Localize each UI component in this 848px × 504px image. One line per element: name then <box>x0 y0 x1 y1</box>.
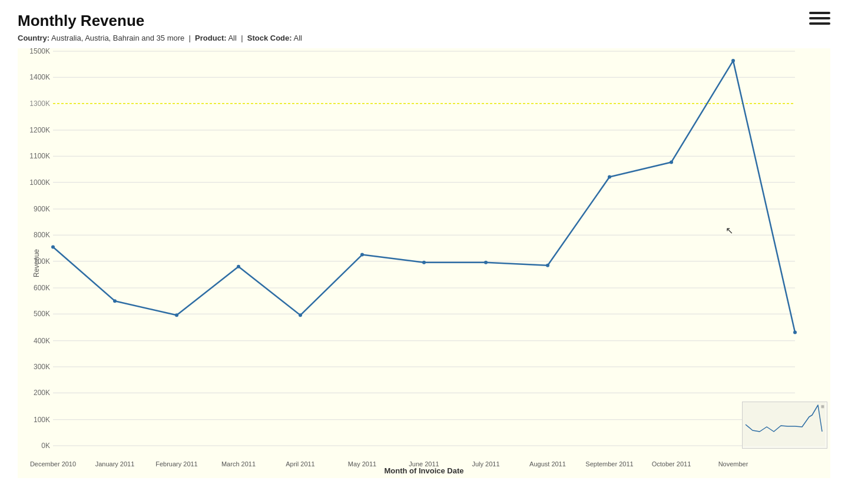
svg-text:1000K: 1000K <box>29 178 50 187</box>
data-point-3 <box>237 265 240 268</box>
page-title: Monthly Revenue <box>18 12 830 30</box>
hamburger-line-2 <box>809 17 830 19</box>
stockcode-value: All <box>293 34 302 42</box>
chart-svg: 0K 100K 200K 300K 400K 500K 600K <box>53 51 795 446</box>
svg-text:700K: 700K <box>34 257 50 266</box>
chart-inner: 0K 100K 200K 300K 400K 500K 600K <box>53 51 795 446</box>
data-point-5 <box>360 253 364 257</box>
svg-text:300K: 300K <box>34 363 50 371</box>
data-point-1 <box>113 299 117 303</box>
country-value: Australia, Austria, Bahrain and 35 more <box>51 34 184 42</box>
svg-text:September 2011: September 2011 <box>585 460 633 467</box>
data-point-6 <box>422 261 426 264</box>
cursor-indicator: ↖ <box>726 225 733 236</box>
data-point-7 <box>484 261 488 264</box>
hamburger-menu[interactable] <box>809 12 830 25</box>
hamburger-line-1 <box>809 12 830 14</box>
svg-text:100K: 100K <box>34 416 50 424</box>
svg-text:January 2011: January 2011 <box>95 460 135 467</box>
data-point-4 <box>299 313 302 317</box>
svg-text:July 2011: July 2011 <box>472 460 499 467</box>
svg-text:August 2011: August 2011 <box>529 460 566 467</box>
country-label: Country: <box>18 34 49 42</box>
svg-rect-45 <box>743 402 825 446</box>
svg-text:200K: 200K <box>34 389 50 397</box>
x-axis-label: Month of Invoice Date <box>384 466 463 475</box>
data-point-0 <box>51 245 55 248</box>
svg-text:500K: 500K <box>34 310 50 318</box>
data-point-9 <box>608 175 611 179</box>
svg-text:900K: 900K <box>34 205 50 213</box>
chart-area: Revenue 0K 100K 200K 300K <box>18 48 830 478</box>
subtitle: Country: Australia, Austria, Bahrain and… <box>18 34 830 42</box>
data-point-10 <box>670 160 673 164</box>
product-label: Product: <box>195 34 226 42</box>
data-point-2 <box>175 313 178 317</box>
minimap[interactable]: ≡ <box>742 402 827 449</box>
minimap-svg <box>743 402 825 446</box>
data-point-11 <box>731 59 735 62</box>
minimap-menu-icon[interactable]: ≡ <box>821 403 824 410</box>
svg-text:October 2011: October 2011 <box>652 460 691 467</box>
svg-text:1300K: 1300K <box>29 100 50 108</box>
data-point-8 <box>546 264 549 267</box>
page-container: Monthly Revenue Country: Australia, Aust… <box>0 0 848 504</box>
svg-text:February 2011: February 2011 <box>155 460 197 467</box>
svg-text:1400K: 1400K <box>29 73 50 81</box>
svg-text:400K: 400K <box>34 337 50 345</box>
data-point-12 <box>793 331 797 334</box>
svg-text:600K: 600K <box>34 284 50 292</box>
svg-text:1500K: 1500K <box>29 47 50 55</box>
svg-text:1200K: 1200K <box>29 126 50 134</box>
svg-text:December 2010: December 2010 <box>30 460 76 467</box>
hamburger-line-3 <box>809 22 830 25</box>
svg-rect-0 <box>53 51 795 446</box>
svg-text:800K: 800K <box>34 231 50 239</box>
svg-text:April 2011: April 2011 <box>286 460 315 467</box>
svg-text:1100K: 1100K <box>29 152 50 160</box>
svg-text:0K: 0K <box>41 442 50 450</box>
stockcode-label: Stock Code: <box>247 34 292 42</box>
svg-text:May 2011: May 2011 <box>348 460 376 467</box>
svg-text:November: November <box>718 460 748 467</box>
product-value: All <box>228 34 236 42</box>
svg-text:March 2011: March 2011 <box>221 460 256 467</box>
